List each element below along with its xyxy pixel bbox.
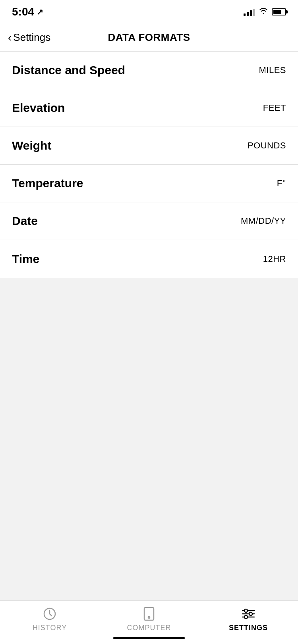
- tab-history[interactable]: HISTORY: [0, 606, 99, 632]
- location-icon: ↗: [37, 7, 43, 17]
- status-bar: 5:04 ↗: [0, 0, 298, 24]
- row-value-2: POUNDS: [248, 140, 286, 151]
- back-chevron-icon: ‹: [8, 32, 12, 43]
- row-value-3: F°: [277, 178, 286, 188]
- row-value-0: MILES: [259, 65, 286, 75]
- tab-computer[interactable]: COMPUTER: [99, 606, 199, 632]
- row-label-5: Time: [12, 252, 39, 266]
- back-button[interactable]: ‹ Settings: [8, 31, 50, 44]
- home-indicator: [113, 637, 185, 639]
- row-label-0: Distance and Speed: [12, 63, 125, 77]
- status-time: 5:04 ↗: [12, 6, 43, 18]
- tab-settings[interactable]: SETTINGS: [199, 606, 298, 632]
- nav-bar: ‹ Settings DATA FORMATS: [0, 24, 298, 52]
- back-label: Settings: [13, 31, 50, 44]
- svg-point-7: [249, 612, 252, 615]
- row-value-5: 12HR: [263, 254, 286, 264]
- settings-row-2[interactable]: Weight POUNDS: [0, 127, 298, 165]
- settings-label: SETTINGS: [229, 624, 268, 632]
- page-title: DATA FORMATS: [108, 31, 190, 44]
- row-label-3: Temperature: [12, 177, 83, 190]
- svg-point-6: [244, 609, 248, 612]
- row-value-1: FEET: [263, 103, 286, 113]
- settings-row-5[interactable]: Time 12HR: [0, 240, 298, 278]
- battery-icon: [272, 8, 286, 15]
- settings-row-3[interactable]: Temperature F°: [0, 165, 298, 202]
- status-icons: [244, 8, 286, 17]
- time-display: 5:04: [12, 6, 34, 18]
- history-label: HISTORY: [33, 624, 67, 632]
- signal-icon: [244, 8, 255, 16]
- row-label-4: Date: [12, 214, 38, 228]
- settings-row-0[interactable]: Distance and Speed MILES: [0, 52, 298, 89]
- settings-row-1[interactable]: Elevation FEET: [0, 89, 298, 127]
- settings-list: Distance and Speed MILES Elevation FEET …: [0, 52, 298, 278]
- svg-point-8: [244, 615, 248, 619]
- row-value-4: MM/DD/YY: [241, 216, 286, 226]
- gray-area: [0, 278, 298, 508]
- settings-row-4[interactable]: Date MM/DD/YY: [0, 202, 298, 240]
- settings-icon: [241, 606, 256, 621]
- row-label-1: Elevation: [12, 101, 65, 115]
- svg-point-2: [148, 617, 150, 618]
- row-label-2: Weight: [12, 139, 51, 152]
- computer-label: COMPUTER: [127, 624, 171, 632]
- history-icon: [42, 606, 57, 621]
- wifi-icon: [259, 8, 268, 17]
- computer-icon: [141, 606, 157, 621]
